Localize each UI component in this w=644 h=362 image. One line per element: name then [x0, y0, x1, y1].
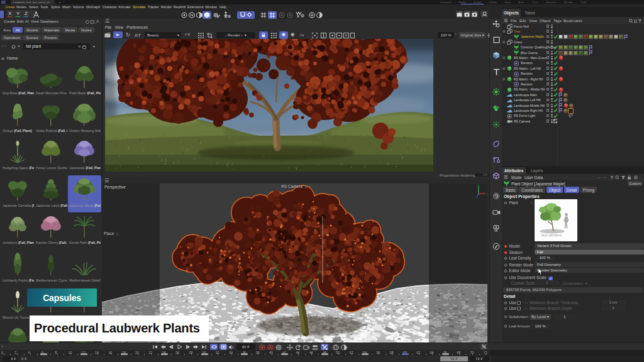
svg-text:(Acer palmatum): (Acer palmatum) [541, 234, 562, 237]
svg-text:X: X [486, 192, 488, 195]
svg-text:Y: Y [477, 184, 479, 187]
